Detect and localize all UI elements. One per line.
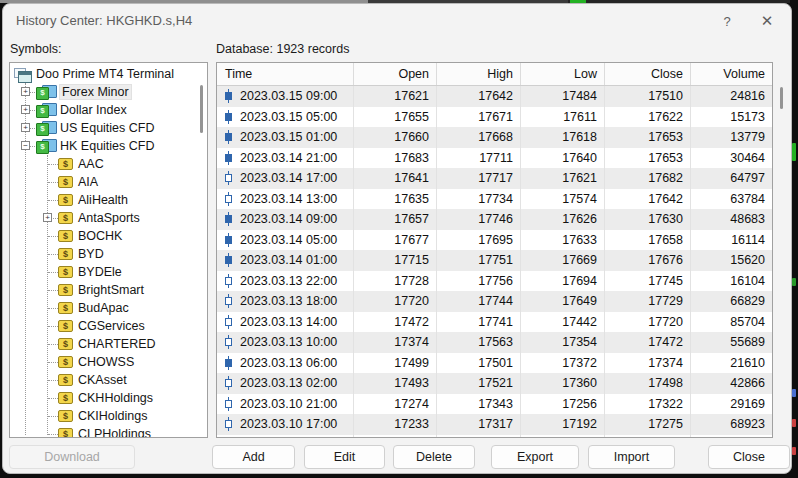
table-scrollbar-thumb[interactable] [780,87,783,109]
cell-close: 17510 [605,86,691,107]
tree-item-hk-equities-cfd[interactable]: − HK Equities CFD [10,137,207,155]
tree-item-us-equities-cfd[interactable]: + US Equities CFD [10,119,207,137]
tree-item-forex-minor[interactable]: + Forex Minor [10,83,207,101]
cell-low: 17611 [521,107,605,128]
cell-open: 17621 [354,86,437,107]
cell-close: 17729 [605,291,691,312]
chart-sliver [792,389,796,397]
cell-high: 17501 [437,353,521,374]
table-row[interactable]: 2023.03.14 17:00 17641 17717 17621 17682… [217,168,772,189]
table-row[interactable]: 2023.03.13 18:00 17720 17744 17649 17729… [217,291,772,312]
candle-icon [224,335,233,349]
cell-open: 17720 [354,291,437,312]
cell-volume: 15620 [691,250,772,271]
cell-volume: 85704 [691,312,772,333]
table-row[interactable] [217,435,772,439]
tree-expand-toggle[interactable]: + [21,105,30,114]
export-button[interactable]: Export [491,445,579,469]
tree-scrollbar-thumb[interactable] [200,85,203,133]
cell-close: 17653 [605,127,691,148]
tree-item-label: CGServices [78,319,145,333]
table-row[interactable]: 2023.03.10 17:00 17233 17317 17192 17275… [217,414,772,435]
help-icon[interactable]: ? [715,10,739,32]
table-row[interactable]: 2023.03.15 01:00 17660 17668 17618 17653… [217,127,772,148]
tree-item-label: AliHealth [78,193,128,207]
cell-time: 2023.03.13 14:00 [240,315,337,329]
symbol-icon [58,194,73,206]
cell-high: 17756 [437,271,521,292]
tree-item-clpholdings[interactable]: CLPHoldings [10,425,207,438]
symbol-icon [58,284,73,296]
tree-item-ckhholdings[interactable]: CKHHoldings [10,389,207,407]
table-row[interactable]: 2023.03.15 05:00 17655 17671 17611 17622… [217,107,772,128]
cell-time: 2023.03.14 13:00 [240,192,337,206]
tree-item-bydele[interactable]: BYDEle [10,263,207,281]
tree-item-label: CKHHoldings [78,391,153,405]
history-table: TimeOpenHighLowCloseVolume 2023.03.15 09… [216,62,773,438]
cell-open: 17657 [354,209,437,230]
cell-high: 17711 [437,148,521,169]
cell-low: 17256 [521,394,605,415]
table-row[interactable]: 2023.03.13 10:00 17374 17563 17354 17472… [217,332,772,353]
tree-item-antasports[interactable]: + AntaSports [10,209,207,227]
tree-item-chowss[interactable]: CHOWSS [10,353,207,371]
symbol-icon [58,410,73,422]
table-row[interactable]: 2023.03.13 14:00 17472 17741 17442 17720… [217,312,772,333]
table-row[interactable]: 2023.03.14 13:00 17635 17734 17574 17642… [217,189,772,210]
candle-icon [224,397,233,411]
symbol-icon [58,176,73,188]
edit-button[interactable]: Edit [304,445,385,469]
symbol-icon [58,392,73,404]
tree-item-aia[interactable]: AIA [10,173,207,191]
title-bar[interactable]: History Center: HKGHKD.s,H4 ? ✕ [3,4,791,38]
tree-item-ckiholdings[interactable]: CKIHoldings [10,407,207,425]
cell-low: 17649 [521,291,605,312]
delete-button[interactable]: Delete [393,445,475,469]
table-row[interactable]: 2023.03.14 21:00 17683 17711 17640 17653… [217,148,772,169]
table-row[interactable]: 2023.03.13 22:00 17728 17756 17694 17745… [217,271,772,292]
cell-volume: 68923 [691,414,772,435]
cell-time: 2023.03.13 06:00 [240,356,337,370]
tree-item-chartered[interactable]: CHARTERED [10,335,207,353]
tree-item-label: Doo Prime MT4 Terminal [36,67,174,81]
table-row[interactable]: 2023.03.13 02:00 17493 17521 17360 17498… [217,373,772,394]
cell-low: 17669 [521,250,605,271]
table-row[interactable]: 2023.03.14 09:00 17657 17746 17626 17630… [217,209,772,230]
tree-expand-toggle[interactable]: − [21,141,30,150]
tree-item-doo-prime-mt4-terminal[interactable]: Doo Prime MT4 Terminal [10,65,207,83]
tree-item-aac[interactable]: AAC [10,155,207,173]
cell-low: 17618 [521,127,605,148]
symbol-icon [58,212,73,224]
table-row[interactable]: 2023.03.10 21:00 17274 17343 17256 17322… [217,394,772,415]
tree-item-cgservices[interactable]: CGServices [10,317,207,335]
tree-expand-toggle[interactable]: + [21,87,30,96]
tree-item-byd[interactable]: BYD [10,245,207,263]
cell-open: 17660 [354,127,437,148]
candle-icon [224,130,233,144]
cell-close: 17275 [605,414,691,435]
cell-volume [691,435,772,439]
tree-item-alihealth[interactable]: AliHealth [10,191,207,209]
tree-item-label: CKAsset [78,373,127,387]
table-row[interactable]: 2023.03.14 01:00 17715 17751 17669 17676… [217,250,772,271]
tree-item-label: AntaSports [78,211,140,225]
cell-volume: 55689 [691,332,772,353]
tree-item-budapac[interactable]: BudApac [10,299,207,317]
tree-item-ckasset[interactable]: CKAsset [10,371,207,389]
table-row[interactable]: 2023.03.15 09:00 17621 17642 17484 17510… [217,86,772,107]
close-button[interactable]: Close [708,445,790,469]
cell-volume: 66829 [691,291,772,312]
tree-item-brightsmart[interactable]: BrightSmart [10,281,207,299]
tree-expand-toggle[interactable]: + [43,213,52,222]
tree-expand-toggle[interactable]: + [21,123,30,132]
import-button[interactable]: Import [588,445,675,469]
tree-item-dollar-index[interactable]: + Dollar Index [10,101,207,119]
tree-item-label: BYDEle [78,265,122,279]
cell-close: 17658 [605,230,691,251]
table-row[interactable]: 2023.03.13 06:00 17499 17501 17372 17374… [217,353,772,374]
table-row[interactable]: 2023.03.14 05:00 17677 17695 17633 17658… [217,230,772,251]
tree-item-label: Forex Minor [60,85,131,99]
add-button[interactable]: Add [212,445,295,469]
tree-item-bochk[interactable]: BOCHK [10,227,207,245]
close-icon[interactable]: ✕ [755,10,779,32]
